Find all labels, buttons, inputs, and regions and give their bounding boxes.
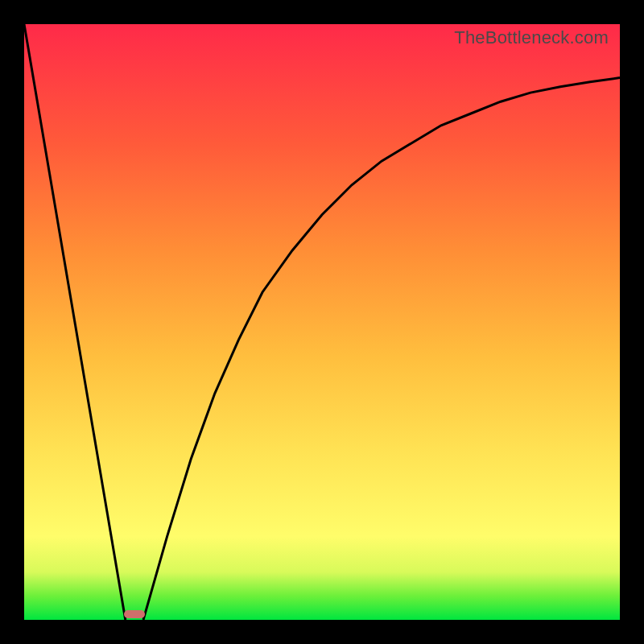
plot-area: TheBottleneck.com [24, 24, 620, 620]
curve-layer [24, 24, 620, 620]
left-branch-curve [24, 24, 126, 620]
right-branch-curve [143, 78, 620, 620]
chart-frame: TheBottleneck.com [0, 0, 644, 644]
bottleneck-marker [124, 610, 146, 618]
